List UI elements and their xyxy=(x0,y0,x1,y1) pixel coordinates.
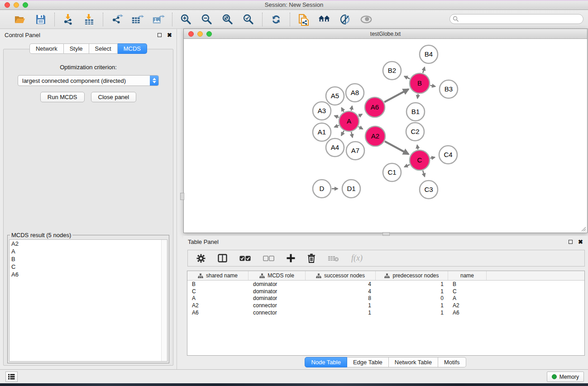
table-cell[interactable]: A2 xyxy=(187,302,249,309)
run-mcds-button[interactable]: Run MCDS xyxy=(40,92,85,102)
home-layout-icon[interactable] xyxy=(318,13,331,26)
column-header-shared-name[interactable]: shared name xyxy=(187,271,249,280)
tab-style[interactable]: Style xyxy=(64,43,89,54)
table-row[interactable]: A2connector11A2 xyxy=(187,302,584,309)
column-header-MCDS-role[interactable]: MCDS role xyxy=(249,271,306,280)
mcds-result-item[interactable]: A6 xyxy=(10,271,167,278)
memory-button[interactable]: Memory xyxy=(547,372,584,382)
table-cell[interactable]: 1 xyxy=(376,281,448,287)
table-float-panel-icon[interactable] xyxy=(569,240,573,244)
table-row[interactable]: Adominator80A xyxy=(187,295,584,302)
table-cell[interactable]: C xyxy=(187,288,249,295)
edge-B-B1[interactable] xyxy=(417,94,418,99)
mcds-result-item[interactable]: B xyxy=(10,255,167,263)
edge-B-B2[interactable] xyxy=(404,76,410,79)
delete-table-icon[interactable] xyxy=(328,255,339,262)
edge-A-A4[interactable] xyxy=(341,131,344,135)
search-input[interactable] xyxy=(459,16,572,22)
node-A3[interactable]: A3 xyxy=(313,102,331,120)
node-A5[interactable]: A5 xyxy=(326,87,344,105)
node-C4[interactable]: C4 xyxy=(439,146,457,164)
table-cell[interactable]: A6 xyxy=(187,310,249,316)
node-A7[interactable]: A7 xyxy=(346,142,364,160)
edge-B-B4[interactable] xyxy=(423,67,425,73)
node-C[interactable]: C xyxy=(410,150,430,170)
node-A8[interactable]: A8 xyxy=(346,84,364,102)
column-header-name[interactable]: name xyxy=(448,271,487,280)
node-D1[interactable]: D1 xyxy=(342,180,360,198)
tab-motifs[interactable]: Motifs xyxy=(438,357,466,367)
open-session-icon[interactable] xyxy=(14,13,26,26)
node-C1[interactable]: C1 xyxy=(383,163,401,181)
edge-A-A5[interactable] xyxy=(342,108,344,112)
table-row[interactable]: Bdominator41B xyxy=(187,281,584,288)
edge-A-A1[interactable] xyxy=(335,125,339,127)
clone-network-icon[interactable] xyxy=(297,13,310,26)
table-cell[interactable]: dominator xyxy=(249,295,306,301)
table-cell[interactable]: A2 xyxy=(448,302,487,309)
export-network-icon[interactable] xyxy=(110,13,123,26)
table-cell[interactable]: dominator xyxy=(249,281,306,287)
edge-A-A2[interactable] xyxy=(359,127,363,129)
table-cell[interactable]: 1 xyxy=(376,310,448,316)
node-A2[interactable]: A2 xyxy=(365,126,385,146)
import-network-icon[interactable] xyxy=(62,13,75,26)
float-panel-icon[interactable] xyxy=(158,33,162,37)
edge-C-C3[interactable] xyxy=(423,171,425,176)
edge-B-B3[interactable] xyxy=(430,86,435,86)
resize-grip-icon[interactable] xyxy=(581,226,586,232)
result-list-scrollbar[interactable] xyxy=(161,240,167,361)
table-cell[interactable]: dominator xyxy=(249,288,306,295)
node-A4[interactable]: A4 xyxy=(326,138,344,157)
network-canvas[interactable]: B4B2BB3B1A5A8A6A3AA1A2A4A7C2CC4C1C3DD1 xyxy=(184,39,587,233)
table-cell[interactable]: B xyxy=(448,281,487,287)
eye-preview-icon[interactable] xyxy=(360,13,373,26)
table-cell[interactable]: 0 xyxy=(376,295,448,301)
table-cell[interactable]: 4 xyxy=(306,281,376,287)
tab-network-table[interactable]: Network Table xyxy=(389,357,438,367)
node-B[interactable]: B xyxy=(410,73,430,93)
network-window-titlebar[interactable]: testGlobe.txt xyxy=(184,29,587,39)
node-B3[interactable]: B3 xyxy=(440,80,458,98)
save-session-icon[interactable] xyxy=(34,13,47,26)
table-cell[interactable]: 4 xyxy=(306,288,376,295)
table-row[interactable]: Cdominator41C xyxy=(187,288,584,295)
table-cell[interactable]: C xyxy=(448,288,487,295)
table-cell[interactable]: connector xyxy=(249,310,306,316)
table-cell[interactable]: A xyxy=(448,295,487,301)
tab-node-table[interactable]: Node Table xyxy=(305,357,347,367)
node-B4[interactable]: B4 xyxy=(420,45,438,63)
edge-C-C2[interactable] xyxy=(417,145,418,150)
node-C2[interactable]: C2 xyxy=(406,123,424,141)
import-table-icon[interactable] xyxy=(83,13,96,26)
mcds-result-item[interactable]: A xyxy=(10,248,167,255)
mcds-result-item[interactable]: C xyxy=(10,263,167,271)
edge-C-C1[interactable] xyxy=(404,165,410,167)
node-C3[interactable]: C3 xyxy=(420,181,438,199)
mcds-result-item[interactable]: A2 xyxy=(10,240,167,248)
node-D[interactable]: D xyxy=(313,180,331,198)
node-A1[interactable]: A1 xyxy=(313,123,331,141)
edge-A-A3[interactable] xyxy=(335,116,339,118)
export-image-icon[interactable] xyxy=(152,13,165,26)
table-cell[interactable]: B xyxy=(187,281,249,287)
tab-select[interactable]: Select xyxy=(89,43,118,54)
node-B2[interactable]: B2 xyxy=(383,62,401,80)
node-B1[interactable]: B1 xyxy=(406,103,425,121)
edge-A-A8[interactable] xyxy=(351,106,352,110)
table-cell[interactable]: 1 xyxy=(376,302,448,309)
search-field[interactable] xyxy=(449,14,583,24)
network-graph[interactable]: B4B2BB3B1A5A8A6A3AA1A2A4A7C2CC4C1C3DD1 xyxy=(184,39,587,233)
refresh-view-icon[interactable] xyxy=(270,13,282,26)
edge-A2-C[interactable] xyxy=(385,141,408,154)
table-cell[interactable]: 8 xyxy=(306,295,376,301)
close-panel-button[interactable]: Close panel xyxy=(91,92,137,102)
zoom-in-icon[interactable] xyxy=(180,13,192,26)
column-header-predecessor-nodes[interactable]: predecessor nodes xyxy=(376,271,448,280)
table-row[interactable]: A6connector11A6 xyxy=(187,309,584,316)
zoom-fit-icon[interactable] xyxy=(221,13,234,26)
zoom-selected-icon[interactable] xyxy=(242,13,255,26)
select-all-checkboxes-icon[interactable] xyxy=(239,256,251,261)
node-table[interactable]: shared nameMCDS rolesuccessor nodesprede… xyxy=(187,271,585,356)
table-close-panel-icon[interactable]: ✖ xyxy=(578,240,583,244)
